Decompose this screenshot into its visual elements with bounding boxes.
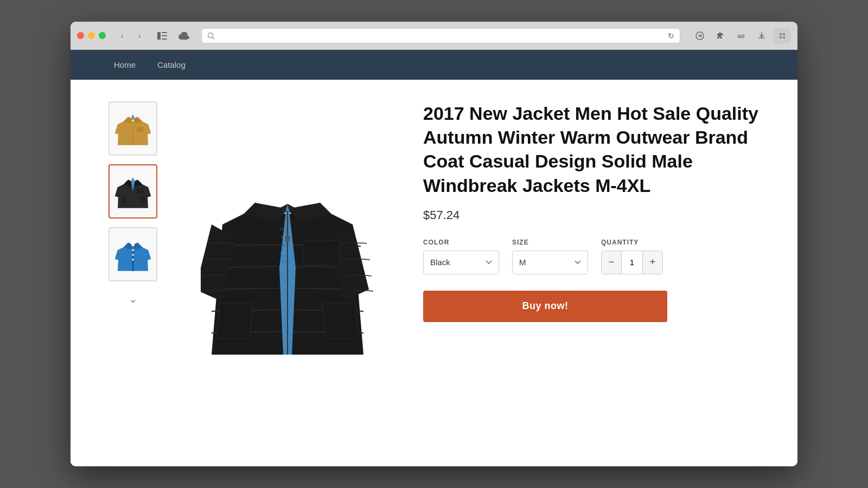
extension-button[interactable] <box>712 28 729 43</box>
color-label: COLOR <box>423 239 499 246</box>
size-option-group: SIZE M L XL 2XL 3XL 4XL <box>512 239 588 274</box>
quantity-option-group: QUANTITY − 1 + <box>601 239 663 274</box>
product-price: $57.24 <box>423 208 765 222</box>
quantity-value: 1 <box>621 251 643 274</box>
product-title: 2017 New Jacket Men Hot Sale Quality Aut… <box>423 101 765 197</box>
browser-window: ‹ › ↻ <box>71 22 797 466</box>
minimize-button[interactable] <box>88 32 95 39</box>
tan-jacket-image <box>114 107 152 150</box>
svg-point-17 <box>132 259 134 261</box>
traffic-lights <box>77 32 106 39</box>
nav-buttons: ‹ › <box>114 28 147 43</box>
svg-rect-0 <box>157 32 161 40</box>
more-options-button[interactable] <box>774 28 791 43</box>
svg-rect-25 <box>285 235 290 242</box>
svg-point-15 <box>132 249 134 251</box>
color-option-group: COLOR Black Tan Blue <box>423 239 499 274</box>
size-label: SIZE <box>512 239 588 246</box>
website-content: Home Catalog <box>71 50 797 466</box>
thumbnail-blue[interactable] <box>108 227 157 281</box>
svg-line-5 <box>213 37 215 39</box>
svg-rect-1 <box>162 32 167 33</box>
forward-button[interactable]: › <box>132 28 147 43</box>
reader-mode-button[interactable]: uo <box>732 28 750 43</box>
main-product-image: DOG JACK WOLF BRAND STYLE <box>184 101 391 445</box>
thumbnails-scroll-down[interactable]: ⌄ <box>129 292 138 305</box>
svg-point-16 <box>132 254 134 256</box>
black-jacket-image <box>114 170 152 213</box>
product-page: ⌄ <box>71 80 797 466</box>
size-select[interactable]: M L XL 2XL 3XL 4XL <box>512 251 588 274</box>
url-input[interactable] <box>219 31 663 40</box>
sidebar-toggle-button[interactable] <box>154 28 171 43</box>
site-navigation: Home Catalog <box>71 50 797 80</box>
back-button[interactable]: ‹ <box>114 28 130 43</box>
address-bar: ↻ <box>201 28 680 43</box>
svg-rect-8 <box>783 33 785 35</box>
product-info: 2017 New Jacket Men Hot Sale Quality Aut… <box>412 101 765 445</box>
svg-text:WOLF: WOLF <box>282 243 290 247</box>
maximize-button[interactable] <box>99 32 106 39</box>
blue-jacket-image <box>114 233 152 276</box>
quantity-label: QUANTITY <box>601 239 663 246</box>
download-button[interactable] <box>753 28 770 43</box>
quantity-stepper: − 1 + <box>601 251 663 274</box>
reload-button[interactable]: ↻ <box>668 31 674 40</box>
svg-rect-9 <box>780 36 782 38</box>
thumbnail-tan[interactable] <box>108 101 157 156</box>
svg-rect-2 <box>162 35 167 36</box>
browser-titlebar: ‹ › ↻ <box>71 22 797 50</box>
browser-actions: uo <box>691 28 791 43</box>
svg-text:STYLE: STYLE <box>282 260 291 263</box>
cloud-button[interactable] <box>175 28 193 43</box>
quantity-decrease-button[interactable]: − <box>602 251 621 274</box>
svg-rect-7 <box>780 33 782 35</box>
thumbnail-black[interactable] <box>108 164 157 219</box>
svg-rect-13 <box>137 189 143 194</box>
main-jacket-svg: DOG JACK WOLF BRAND STYLE <box>201 159 374 387</box>
color-select[interactable]: Black Tan Blue <box>423 251 499 274</box>
svg-rect-23 <box>304 241 339 265</box>
search-icon <box>207 32 215 40</box>
share-button[interactable] <box>691 28 709 43</box>
svg-rect-10 <box>783 36 785 38</box>
svg-rect-3 <box>162 38 167 40</box>
quantity-increase-button[interactable]: + <box>643 251 662 274</box>
svg-rect-12 <box>137 127 143 132</box>
nav-link-home[interactable]: Home <box>103 50 146 79</box>
product-options: COLOR Black Tan Blue SIZE M L X <box>423 239 765 274</box>
svg-text:BRAND: BRAND <box>280 252 290 255</box>
nav-link-catalog[interactable]: Catalog <box>146 50 196 79</box>
buy-now-button[interactable]: Buy now! <box>423 291 667 322</box>
svg-point-4 <box>208 33 213 37</box>
close-button[interactable] <box>77 32 84 39</box>
thumbnail-list: ⌄ <box>103 101 163 445</box>
